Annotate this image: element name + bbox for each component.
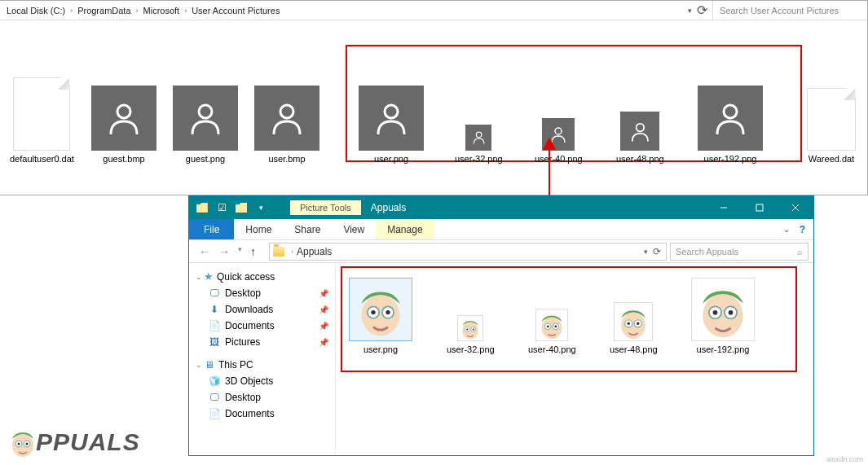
breadcrumb-item[interactable]: Appuals xyxy=(297,246,332,257)
folder-icon: 🖵 xyxy=(209,287,220,299)
sidebar-item[interactable]: 📄Documents xyxy=(189,406,335,422)
logo-face-icon xyxy=(7,426,39,458)
sidebar-this-pc[interactable]: ⌄ 🖥 This PC xyxy=(189,357,335,373)
file-item[interactable]: user-48.png xyxy=(616,112,664,164)
svg-point-6 xyxy=(637,123,645,131)
sidebar-item[interactable]: 🖵Desktop📌 xyxy=(189,285,335,301)
ribbon-tab[interactable]: View xyxy=(332,219,376,239)
ribbon-right: ⌄ ? xyxy=(775,219,813,239)
file-label: user-48.png xyxy=(610,344,658,354)
ribbon-tab[interactable]: Share xyxy=(283,219,332,239)
folder-icon: 📄 xyxy=(209,320,220,331)
file-item[interactable]: user-32.png xyxy=(455,125,503,164)
folder-icon xyxy=(273,247,284,257)
forward-button[interactable]: → xyxy=(217,245,231,258)
breadcrumb[interactable]: › Appuals ▾ ⟳ xyxy=(269,243,667,261)
file-item[interactable]: guest.png xyxy=(173,86,238,164)
file-item[interactable]: user-48.png xyxy=(610,273,658,354)
file-item[interactable]: user-192.png xyxy=(698,86,763,164)
user-icon xyxy=(254,86,319,151)
file-item[interactable]: user-40.png xyxy=(528,273,576,354)
file-label: user-192.png xyxy=(704,154,757,164)
sidebar-item-label: 3D Objects xyxy=(225,375,273,387)
minimize-button[interactable] xyxy=(706,196,742,219)
sidebar-label: This PC xyxy=(218,359,253,371)
svg-point-31 xyxy=(628,322,630,325)
close-button[interactable] xyxy=(778,196,813,219)
folder-icon[interactable] xyxy=(194,200,210,216)
file-item[interactable]: user-40.png xyxy=(535,118,583,164)
sidebar-quick-access[interactable]: ⌄ ★ Quick access xyxy=(189,268,335,285)
svg-point-5 xyxy=(555,128,562,134)
sidebar-item-label: Documents xyxy=(225,408,275,419)
sidebar-item[interactable]: 🧊3D Objects xyxy=(189,373,335,389)
sidebar-item[interactable]: 🖵Desktop xyxy=(189,389,335,406)
file-item[interactable]: user.png xyxy=(349,273,412,354)
quick-access-toolbar: ☑ ▾ xyxy=(189,200,274,216)
help-icon[interactable]: ? xyxy=(800,224,805,235)
picture-tools-tab[interactable]: Picture Tools xyxy=(290,200,361,215)
file-item[interactable]: user-32.png xyxy=(447,273,495,354)
folder-icon: 📄 xyxy=(209,408,220,419)
qat-dropdown-icon[interactable]: ▾ xyxy=(253,200,269,216)
refresh-icon[interactable]: ⟳ xyxy=(653,246,661,257)
file-item[interactable]: Wareed.dat xyxy=(807,88,856,164)
up-button[interactable]: ↑ xyxy=(249,245,258,258)
file-label: user-40.png xyxy=(528,344,576,354)
sidebar-item-label: Documents xyxy=(225,320,275,331)
expand-ribbon-icon[interactable]: ⌄ xyxy=(783,225,790,234)
search-input[interactable]: Search User Account Pictures xyxy=(712,1,867,20)
search-input[interactable]: Search Appuals ⌕ xyxy=(670,243,809,261)
properties-icon[interactable]: ☑ xyxy=(214,200,230,216)
svg-point-26 xyxy=(547,325,549,327)
file-area: user.pnguser-32.pnguser-40.pnguser-48.pn… xyxy=(336,263,813,455)
chevron-down-icon: ⌄ xyxy=(196,361,204,369)
breadcrumb-item[interactable]: Microsoft xyxy=(142,6,182,15)
file-item[interactable]: user-192.png xyxy=(691,273,755,354)
file-label: guest.bmp xyxy=(103,154,144,164)
explorer-window-bottom: ☑ ▾ Picture Tools Appuals File HomeShare… xyxy=(188,195,814,456)
manage-tab[interactable]: Manage xyxy=(376,219,434,239)
file-item[interactable]: user.png xyxy=(359,86,424,164)
address-bar: Local Disk (C:)›ProgramData›Microsoft›Us… xyxy=(0,1,867,20)
pc-icon: 🖥 xyxy=(204,359,215,371)
logo-text: PPUALS xyxy=(36,428,140,456)
breadcrumb-item[interactable]: ProgramData xyxy=(76,6,132,15)
file-label: user-40.png xyxy=(535,154,583,164)
file-item[interactable]: user.bmp xyxy=(254,86,319,164)
recent-dropdown-icon[interactable]: ▾ xyxy=(236,245,244,258)
file-item[interactable]: guest.bmp xyxy=(91,86,156,164)
search-placeholder: Search Appuals xyxy=(676,247,738,257)
dropdown-icon[interactable]: ▾ xyxy=(644,248,648,256)
file-tab[interactable]: File xyxy=(189,219,234,239)
file-label: user.png xyxy=(364,344,398,354)
svg-point-22 xyxy=(473,328,474,330)
svg-point-4 xyxy=(476,133,481,138)
folder-icon: 🖼 xyxy=(209,336,220,348)
back-button[interactable]: ← xyxy=(197,245,212,258)
new-folder-icon[interactable] xyxy=(233,200,249,216)
breadcrumb[interactable]: Local Disk (C:)›ProgramData›Microsoft›Us… xyxy=(0,6,683,15)
file-item[interactable]: defaultuser0.dat xyxy=(10,77,74,164)
sidebar-item[interactable]: 📄Documents📌 xyxy=(189,318,335,334)
maximize-button[interactable] xyxy=(742,196,778,219)
chevron-right-icon: › xyxy=(67,7,76,15)
chevron-right-icon: › xyxy=(181,7,190,15)
svg-point-37 xyxy=(729,310,734,315)
breadcrumb-item[interactable]: Local Disk (C:) xyxy=(5,6,67,15)
svg-point-3 xyxy=(385,105,398,118)
breadcrumb-item[interactable]: User Account Pictures xyxy=(190,6,281,15)
ribbon-tab[interactable]: Home xyxy=(234,219,283,239)
explorer-window-top: Local Disk (C:)›ProgramData›Microsoft›Us… xyxy=(0,0,868,195)
svg-point-7 xyxy=(724,105,737,118)
user-icon xyxy=(465,125,491,151)
svg-point-27 xyxy=(555,325,557,327)
user-icon xyxy=(698,86,763,151)
sidebar-item[interactable]: 🖼Pictures📌 xyxy=(189,334,335,350)
sidebar-label: Quick access xyxy=(217,271,275,283)
dropdown-icon[interactable]: ▾ xyxy=(688,7,692,15)
refresh-icon[interactable]: ⟳ xyxy=(697,2,707,18)
file-label: defaultuser0.dat xyxy=(10,154,74,164)
sidebar-item[interactable]: ⬇Downloads📌 xyxy=(189,301,335,318)
window-body: ⌄ ★ Quick access 🖵Desktop📌⬇Downloads📌📄Do… xyxy=(189,263,813,455)
